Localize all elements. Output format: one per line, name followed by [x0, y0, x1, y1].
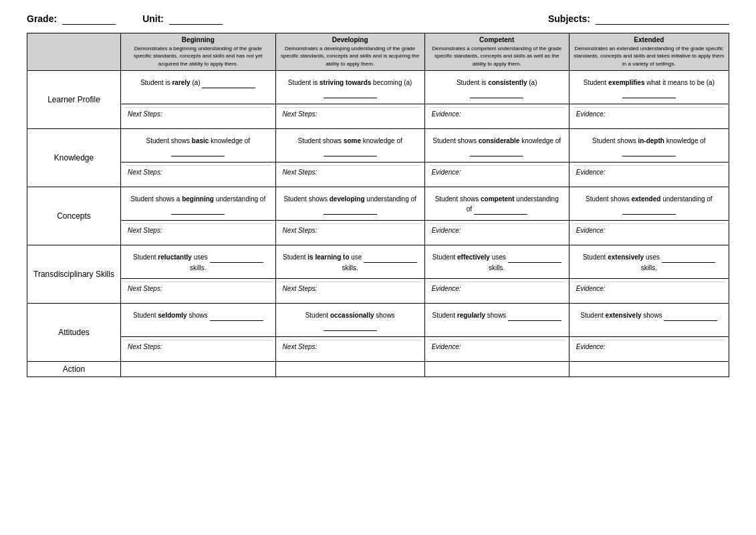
cell-text: Student shows competent understanding of — [429, 190, 565, 217]
notes-label: Evidence: — [574, 165, 725, 184]
notes-label: Next Steps: — [125, 340, 271, 358]
notes-row: Next Steps:Next Steps:Evidence:Evidence: — [27, 104, 729, 129]
cell-text: Student extensively shows — [574, 306, 725, 324]
notes-cell-0-1: Next Steps: — [275, 104, 424, 129]
empty-header — [27, 33, 121, 71]
notes-row: Next Steps:Next Steps:Evidence:Evidence: — [27, 337, 729, 362]
notes-label: Evidence: — [429, 282, 565, 300]
cell-content-1-2: Student shows considerable knowledge of — [424, 129, 569, 163]
subjects-field: Subjects: — [548, 13, 729, 25]
cell-content-3-0: Student reluctantly uses skills. — [121, 245, 276, 279]
notes-label: Evidence: — [574, 223, 725, 242]
grade-label: Grade: — [27, 13, 57, 24]
notes-cell-1-1: Next Steps: — [275, 163, 424, 187]
row-label-concepts: Concepts — [27, 187, 121, 245]
cell-content-0-2: Student is consistently (a) — [424, 71, 569, 104]
cell-text: Student shows basic knowledge of — [125, 132, 271, 159]
unit-field: Unit: — [142, 13, 223, 25]
notes-label: Evidence: — [574, 340, 725, 358]
notes-cell-3-0: Next Steps: — [121, 279, 276, 304]
table-row: KnowledgeStudent shows basic knowledge o… — [27, 129, 729, 163]
cell-content-4-2: Student regularly shows — [424, 304, 569, 337]
notes-cell-2-3: Evidence: — [569, 221, 729, 245]
page-header: Grade: Unit: Subjects: — [27, 13, 729, 25]
notes-label: Evidence: — [574, 282, 725, 300]
cell-text — [429, 364, 565, 371]
cell-text: Student is rarely (a) — [125, 74, 271, 91]
notes-cell-4-1: Next Steps: — [275, 337, 424, 362]
cell-text: Student is consistently (a) — [429, 74, 565, 101]
cell-content-1-3: Student shows in-depth knowledge of — [569, 129, 729, 163]
grade-field: Grade: — [27, 13, 116, 25]
notes-cell-1-2: Evidence: — [424, 163, 569, 187]
cell-content-2-1: Student shows developing understanding o… — [275, 187, 424, 221]
cell-text: Student is learning to use skills. — [280, 248, 420, 276]
cell-text: Student extensively uses skills. — [574, 248, 725, 276]
row-label-action: Action — [27, 362, 121, 377]
unit-value — [169, 13, 223, 25]
notes-label: Evidence: — [574, 107, 725, 126]
cell-text: Student shows considerable knowledge of — [429, 132, 565, 159]
row-label-transdisciplinary-skills: Transdisciplinary Skills — [27, 245, 121, 304]
notes-cell-2-0: Next Steps: — [121, 221, 276, 245]
notes-cell-4-3: Evidence: — [569, 337, 729, 362]
notes-label: Next Steps: — [125, 223, 271, 242]
notes-cell-0-3: Evidence: — [569, 104, 729, 129]
cell-content-5-2 — [424, 362, 569, 377]
cell-content-1-1: Student shows some knowledge of — [275, 129, 424, 163]
notes-label: Next Steps: — [125, 282, 271, 300]
notes-cell-1-0: Next Steps: — [121, 163, 276, 187]
notes-row: Next Steps:Next Steps:Evidence:Evidence: — [27, 279, 729, 304]
cell-content-4-3: Student extensively shows — [569, 304, 729, 337]
subjects-value — [596, 13, 729, 25]
subjects-label: Subjects: — [548, 13, 590, 24]
col-header-extended: ExtendedDemonstrates an extended underst… — [569, 33, 729, 71]
notes-label: Next Steps: — [125, 165, 271, 184]
table-row: AttitudesStudent seldomly shows Student … — [27, 304, 729, 337]
notes-label: Evidence: — [429, 107, 565, 126]
cell-content-1-0: Student shows basic knowledge of — [121, 129, 276, 163]
cell-text: Student occassionally shows — [280, 306, 420, 334]
row-label-learner-profile: Learner Profile — [27, 71, 121, 129]
cell-text: Student reluctantly uses skills. — [125, 248, 271, 276]
cell-text: Student shows a beginning understanding … — [125, 190, 271, 217]
notes-cell-1-3: Evidence: — [569, 163, 729, 187]
notes-label: Evidence: — [429, 165, 565, 184]
row-label-attitudes: Attitudes — [27, 304, 121, 362]
cell-text: Student shows extended understanding of — [574, 190, 725, 217]
cell-content-0-0: Student is rarely (a) — [121, 71, 276, 104]
notes-cell-0-2: Evidence: — [424, 104, 569, 129]
cell-content-4-0: Student seldomly shows — [121, 304, 276, 337]
cell-content-0-1: Student is striving towards becoming (a) — [275, 71, 424, 104]
notes-label: Next Steps: — [125, 107, 271, 126]
cell-content-0-3: Student exemplifies what it means to be … — [569, 71, 729, 104]
cell-content-3-2: Student effectively uses skills. — [424, 245, 569, 279]
notes-label: Next Steps: — [280, 223, 420, 242]
notes-row: Next Steps:Next Steps:Evidence:Evidence: — [27, 221, 729, 245]
cell-content-5-3 — [569, 362, 729, 377]
unit-label: Unit: — [142, 13, 164, 24]
notes-label: Next Steps: — [280, 165, 420, 184]
grade-value — [62, 13, 116, 25]
notes-label: Evidence: — [429, 340, 565, 358]
cell-text: Student seldomly shows — [125, 306, 271, 324]
notes-label: Next Steps: — [280, 107, 420, 126]
row-label-knowledge: Knowledge — [27, 129, 121, 187]
table-row: Action — [27, 362, 729, 377]
cell-text: Student shows developing understanding o… — [280, 190, 420, 217]
notes-cell-3-1: Next Steps: — [275, 279, 424, 304]
cell-text: Student shows in-depth knowledge of — [574, 132, 725, 159]
cell-text: Student effectively uses skills. — [429, 248, 565, 276]
cell-content-5-1 — [275, 362, 424, 377]
cell-content-2-0: Student shows a beginning understanding … — [121, 187, 276, 221]
table-row: Transdisciplinary SkillsStudent reluctan… — [27, 245, 729, 279]
cell-text: Student exemplifies what it means to be … — [574, 74, 725, 101]
table-row: Learner ProfileStudent is rarely (a) Stu… — [27, 71, 729, 104]
cell-text — [280, 364, 420, 371]
cell-text — [125, 364, 271, 371]
notes-label: Next Steps: — [280, 282, 420, 300]
notes-cell-0-0: Next Steps: — [121, 104, 276, 129]
col-header-developing: DevelopingDemonstrates a developing unde… — [275, 33, 424, 71]
notes-cell-2-1: Next Steps: — [275, 221, 424, 245]
notes-label: Next Steps: — [280, 340, 420, 358]
